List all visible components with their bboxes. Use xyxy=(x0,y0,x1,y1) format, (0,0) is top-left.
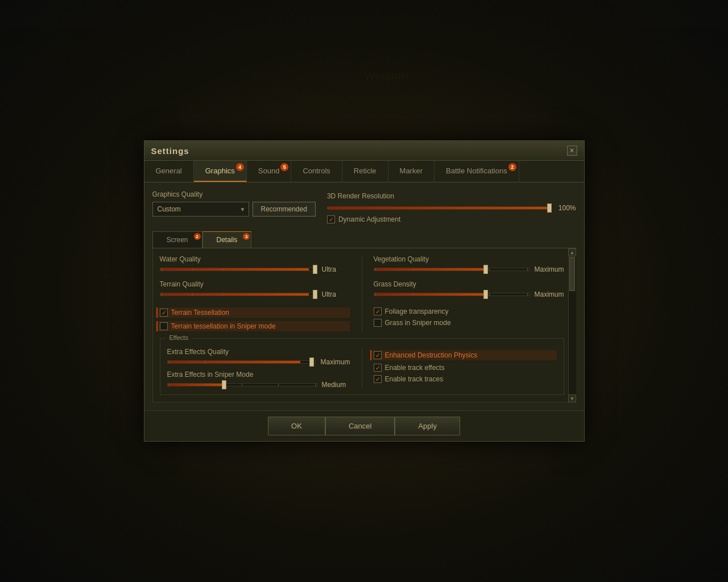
grass-density-slider[interactable] xyxy=(374,293,530,296)
left-details-column: Water Quality xyxy=(160,255,350,331)
enhanced-destruction-checkbox[interactable] xyxy=(374,351,382,359)
extra-effects-sniper-slider-container: Medium xyxy=(167,381,350,389)
scroll-down-button[interactable]: ▼ xyxy=(568,394,576,402)
tab-general[interactable]: General xyxy=(144,161,194,182)
title-bar: Settings × xyxy=(144,141,584,161)
details-panel: Water Quality xyxy=(152,248,576,402)
grass-density-slider-container: Maximum xyxy=(374,290,564,298)
render-resolution-label: 3D Render Resolution xyxy=(327,192,394,200)
extra-effects-quality-value: Maximum xyxy=(320,358,350,366)
tab-sound[interactable]: Sound 5 xyxy=(247,161,292,182)
render-slider-row: 100% xyxy=(327,204,576,212)
dynamic-adjustment-checkbox[interactable] xyxy=(327,215,335,223)
cancel-button[interactable]: Cancel xyxy=(325,417,395,435)
details-subtab-badge: 3 xyxy=(243,233,250,240)
terrain-quality-value: Ultra xyxy=(322,290,350,298)
extra-effects-quality-slider[interactable] xyxy=(167,360,316,364)
scroll-thumb[interactable] xyxy=(569,257,575,291)
track-effects-label: Enable track effects xyxy=(385,364,445,372)
apply-button[interactable]: Apply xyxy=(395,417,460,435)
render-resolution-section: 3D Render Resolution 100% Dynamic Adjust… xyxy=(327,190,576,223)
tab-reticle[interactable]: Reticle xyxy=(342,161,388,182)
terrain-tessellation-label: Terrain Tessellation xyxy=(171,309,230,317)
effects-section: Effects Extra Effects Quality xyxy=(160,338,564,395)
terrain-tessellation-checkbox[interactable] xyxy=(160,309,168,317)
scrollable-details: Water Quality xyxy=(152,248,576,402)
scroll-track[interactable] xyxy=(569,256,576,394)
water-quality-slider[interactable] xyxy=(160,268,317,271)
ok-button[interactable]: OK xyxy=(268,417,325,435)
sound-badge: 5 xyxy=(280,163,288,171)
enhanced-destruction-item[interactable]: Enhanced Destruction Physics xyxy=(370,350,557,360)
terrain-tessellation-sniper-checkbox[interactable] xyxy=(160,322,168,330)
terrain-tessellation-group: Terrain Tessellation Terrain tessellatio… xyxy=(160,307,350,331)
modal-backdrop: Settings × General Graphics 4 Sound 5 Co… xyxy=(0,0,728,582)
tab-graphics[interactable]: Graphics 4 xyxy=(194,161,247,182)
scroll-up-button[interactable]: ▲ xyxy=(568,248,576,256)
foliage-transparency-checkbox[interactable] xyxy=(374,307,382,315)
track-traces-checkbox[interactable] xyxy=(374,375,382,383)
quality-dropdown[interactable]: Custom xyxy=(152,202,249,217)
terrain-quality-label: Terrain Quality xyxy=(160,280,350,288)
dynamic-adjustment-label: Dynamic Adjustment xyxy=(338,215,400,223)
tab-battle-notifications[interactable]: Battle Notifications 2 xyxy=(435,161,519,182)
effects-legend: Effects xyxy=(166,334,192,341)
grass-density-value: Maximum xyxy=(534,290,564,298)
grass-sniper-label: Grass in Sniper mode xyxy=(385,319,451,327)
tab-controls[interactable]: Controls xyxy=(291,161,342,182)
graphics-quality-section: Graphics Quality Custom ▼ Recommended xyxy=(152,190,316,217)
graphics-content: Graphics Quality Custom ▼ Recommended 3D… xyxy=(144,182,584,410)
foliage-transparency-item[interactable]: Foliage transparency xyxy=(374,307,564,315)
battle-notifications-badge: 2 xyxy=(508,163,516,171)
grass-density-group: Grass Density xyxy=(374,280,564,298)
extra-effects-sniper-slider[interactable] xyxy=(167,383,317,386)
extra-effects-sniper-label: Extra Effects in Sniper Mode xyxy=(167,371,350,379)
screen-subtab-badge: 2 xyxy=(194,233,201,240)
subtab-details[interactable]: Details 3 xyxy=(202,231,252,248)
track-effects-checkbox[interactable] xyxy=(374,364,382,372)
effects-column-divider xyxy=(362,348,362,389)
foliage-group: Foliage transparency Grass in Sniper mod… xyxy=(374,307,564,327)
vegetation-quality-slider[interactable] xyxy=(374,268,530,271)
extra-effects-quality-group: Extra Effects Quality xyxy=(167,348,350,366)
water-quality-value: Ultra xyxy=(322,265,350,273)
terrain-tessellation-sniper-label: Terrain tessellation in Sniper mode xyxy=(171,322,276,330)
terrain-tessellation-sniper-item[interactable]: Terrain tessellation in Sniper mode xyxy=(156,321,350,331)
extra-effects-quality-slider-container: Maximum xyxy=(167,358,350,366)
extra-effects-quality-label: Extra Effects Quality xyxy=(167,348,350,356)
render-slider[interactable] xyxy=(327,206,552,210)
bottom-button-bar: OK Cancel Apply xyxy=(144,410,584,441)
tab-marker[interactable]: Marker xyxy=(388,161,435,182)
terrain-quality-slider[interactable] xyxy=(160,293,317,296)
graphics-badge: 4 xyxy=(236,163,244,171)
effects-check-group: Enhanced Destruction Physics Enable trac… xyxy=(374,350,557,383)
dynamic-adjustment-row: Dynamic Adjustment xyxy=(327,215,576,223)
scrollbar: ▲ ▼ xyxy=(568,248,576,402)
extra-effects-sniper-value: Medium xyxy=(322,381,350,389)
render-resolution-value: 100% xyxy=(556,204,576,212)
track-traces-item[interactable]: Enable track traces xyxy=(374,375,557,383)
column-divider xyxy=(362,255,362,331)
terrain-tessellation-item[interactable]: Terrain Tessellation xyxy=(156,307,350,318)
vegetation-quality-label: Vegetation Quality xyxy=(374,255,564,263)
right-details-column: Vegetation Quality xyxy=(374,255,564,331)
track-effects-item[interactable]: Enable track effects xyxy=(374,364,557,372)
quality-dropdown-wrapper: Custom ▼ xyxy=(152,202,249,217)
quality-controls-row: Custom ▼ Recommended xyxy=(152,202,316,217)
subtab-bar: Screen 2 Details 3 xyxy=(152,231,576,248)
water-quality-slider-container: Ultra xyxy=(160,265,350,273)
water-quality-group: Water Quality xyxy=(160,255,350,273)
effects-columns: Extra Effects Quality xyxy=(167,348,557,389)
grass-sniper-checkbox[interactable] xyxy=(374,319,382,327)
vegetation-quality-value: Maximum xyxy=(534,265,564,273)
vegetation-quality-slider-container: Maximum xyxy=(374,265,564,273)
terrain-quality-slider-container: Ultra xyxy=(160,290,350,298)
grass-sniper-item[interactable]: Grass in Sniper mode xyxy=(374,319,564,327)
effects-right-column: Enhanced Destruction Physics Enable trac… xyxy=(374,348,557,389)
vegetation-quality-group: Vegetation Quality xyxy=(374,255,564,273)
subtab-screen[interactable]: Screen 2 xyxy=(152,231,202,248)
recommended-button[interactable]: Recommended xyxy=(253,202,316,217)
close-button[interactable]: × xyxy=(567,146,577,156)
grass-density-label: Grass Density xyxy=(374,280,564,288)
settings-dialog: Settings × General Graphics 4 Sound 5 Co… xyxy=(144,140,585,442)
